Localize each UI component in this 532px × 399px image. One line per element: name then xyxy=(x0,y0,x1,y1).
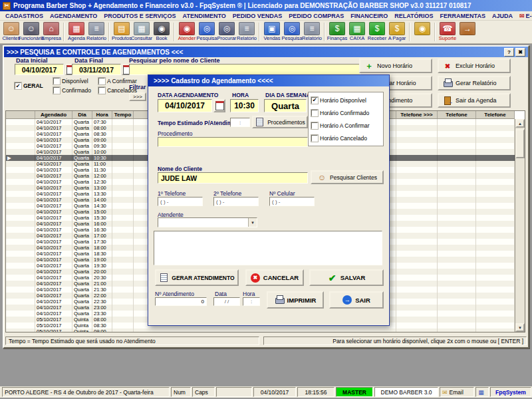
start-date-input[interactable]: 04/10/2017 xyxy=(15,64,64,75)
table-scrollbar[interactable]: ▲ ▼ xyxy=(515,119,525,332)
client-search-input[interactable] xyxy=(129,64,360,75)
toolbar-relatorio[interactable]: ≡Relatório xyxy=(237,21,257,41)
filter-checkbox-disponivel[interactable]: Disponível xyxy=(53,78,88,84)
filter-checkbox-cancelados[interactable]: Cancelados xyxy=(98,87,137,94)
cancel-button[interactable]: CANCELAR xyxy=(245,269,304,286)
column-header-dia[interactable]: Dia xyxy=(72,111,92,118)
save-button[interactable]: SALVAR xyxy=(309,269,384,286)
toolbar-coins-icon[interactable]: ◉ xyxy=(412,21,432,41)
phone1-input[interactable]: ( ) - xyxy=(158,197,203,206)
filter-checkbox-a-confirmar[interactable]: A Confirmar xyxy=(98,78,137,84)
app-title: Programa Barber Shop + Agendamento e Fin… xyxy=(13,2,471,9)
action-excluir-horario[interactable]: Excluir Horário xyxy=(438,59,511,73)
exit-button[interactable]: SAIR xyxy=(329,291,384,309)
toolbar-receber[interactable]: $Receber xyxy=(367,21,387,41)
scroll-down-icon[interactable]: ▼ xyxy=(515,323,525,332)
menu-financeiro[interactable]: FINANCEIRO xyxy=(347,13,391,19)
help-button[interactable]: ? xyxy=(504,48,514,57)
toolbar-atender[interactable]: ◉Atender xyxy=(177,21,197,41)
menu-relatorios[interactable]: RELATÓRIOS xyxy=(391,13,436,19)
menu-atendimento[interactable]: ATENDIMENTO xyxy=(180,13,229,19)
agenda-window-title: >>> PESQUISA E CONTROLE DE AGENDAMENTOS … xyxy=(7,49,183,56)
attendance-number-input[interactable]: 0 xyxy=(155,297,207,306)
toolbar-a-pagar[interactable]: $A Pagar xyxy=(387,21,407,41)
toolbar-relatorio[interactable]: ≡Relatório xyxy=(302,21,322,41)
phone1-label: 1º Telefone xyxy=(158,190,186,197)
column-header-telefone[interactable]: Telefone xyxy=(438,111,476,118)
procedure-input[interactable] xyxy=(158,137,308,147)
column-header-hora[interactable]: Hora xyxy=(92,111,112,118)
appointment-date-calendar-button[interactable] xyxy=(213,99,225,112)
table-row[interactable]: 05/10/2017Quinta09:00 xyxy=(6,329,515,332)
status-checkbox-horario-disponivel[interactable]: Horário Disponível xyxy=(311,97,380,104)
toolbar-label: Pesquisa xyxy=(197,35,217,41)
status-checkbox-horario-confirmado[interactable]: Horário Confirmado xyxy=(311,110,380,116)
toolbar-financas[interactable]: $Finanças xyxy=(327,21,347,41)
close-button[interactable]: ✖ xyxy=(515,48,525,57)
action-sair-da-agenda[interactable]: Sair da Agenda xyxy=(438,93,511,108)
scrollbar-thumb[interactable] xyxy=(515,129,525,158)
attendance-number-label: Nº Atendimento xyxy=(155,291,194,297)
toolbar-produtos[interactable]: ▤Produtos xyxy=(112,21,132,41)
estimated-time-input[interactable]: : xyxy=(230,118,250,127)
column-header-telefone[interactable]: Telefone >>> xyxy=(396,111,438,118)
toolbar-funcionaria[interactable]: ☺Funcionária xyxy=(21,21,41,41)
appointment-hour-input[interactable]: 10:30 xyxy=(230,99,259,112)
status-checkbox-horario-a-confirmar[interactable]: Horário A Confirmar xyxy=(311,122,380,129)
chevron-down-icon[interactable]: ▼ xyxy=(248,218,257,227)
calculator-icon: ▦ xyxy=(134,22,150,35)
toolbar-pesquisa[interactable]: ◎Pesquisa xyxy=(197,21,217,41)
checkbox-box xyxy=(15,82,21,89)
toolbar-consultar[interactable]: ▦Consultar xyxy=(132,21,152,41)
appointment-hour-label: HORA xyxy=(232,92,249,98)
toolbar-relatorio[interactable]: ≡Relatório xyxy=(86,21,106,41)
action-novo-horario[interactable]: Novo Horário xyxy=(359,59,432,73)
print-button[interactable]: IMPRIMIR xyxy=(267,291,324,309)
toolbar-pesquisa[interactable]: ◎Pesquisa xyxy=(282,21,302,41)
column-header-selector[interactable] xyxy=(6,111,35,118)
toolbar-vendas[interactable]: ▣Vendas xyxy=(262,21,282,41)
scroll-up-icon[interactable]: ▲ xyxy=(515,119,525,128)
menu-agendamento[interactable]: AGENDAMENTO xyxy=(47,13,100,19)
column-header-telefone[interactable]: Telefone xyxy=(476,111,515,118)
search-clients-button[interactable]: Pesquisar Clientes xyxy=(311,170,384,184)
printer-icon xyxy=(275,295,284,305)
agenda-window-titlebar[interactable]: >>> PESQUISA E CONTROLE DE AGENDAMENTOS … xyxy=(4,47,528,57)
menu-ferramentas[interactable]: FERRAMENTAS xyxy=(437,13,489,19)
action-gerar-relatorio[interactable]: Gerar Relatório xyxy=(438,76,511,90)
toolbar-label: Funcionária xyxy=(18,35,44,41)
filter-checkbox-confirmado[interactable]: Confirmado xyxy=(53,87,91,94)
checkbox-label: Horário A Confirmar xyxy=(320,122,370,129)
end-date-input[interactable]: 03/11/2017 xyxy=(72,64,121,75)
attendant-select[interactable]: ▼ xyxy=(158,217,257,227)
toolbar-book[interactable]: ◉Book xyxy=(152,21,172,41)
footer-date-input[interactable]: / / xyxy=(213,297,240,306)
generate-attendance-button[interactable]: GERAR ATENDIMENTO xyxy=(155,269,239,286)
column-header-agendado[interactable]: Agendado xyxy=(35,111,72,118)
dialog-titlebar[interactable]: >>>> Cadastro do Agendamento <<<< xyxy=(148,75,389,86)
toolbar-agenda[interactable]: ▦Agenda xyxy=(66,21,86,41)
toolbar-caixa[interactable]: ▦CAIXA xyxy=(347,21,367,41)
client-name-input[interactable]: JUDE LAW xyxy=(158,172,308,184)
menu-cadastros[interactable]: CADASTROS xyxy=(2,13,47,19)
cell-input[interactable]: ( ) - xyxy=(269,197,315,206)
column-header-tempo[interactable]: Tempo xyxy=(112,111,134,118)
filter-checkbox-geral[interactable]: GERAL xyxy=(15,82,43,89)
menu-pedido-compras[interactable]: PEDIDO COMPRAS xyxy=(285,13,347,19)
toolbar-suporte[interactable]: ☎Suporte xyxy=(438,21,458,41)
status-text: DEMO BARBER 3.0 xyxy=(381,389,432,396)
toolbar-exit-icon[interactable]: → xyxy=(458,21,477,41)
appointment-date-input[interactable]: 04/10/2017 xyxy=(158,99,212,112)
menu-produtos-e-servicos[interactable]: PRODUTOS E SERVIÇOS xyxy=(100,13,179,19)
toolbar-empresa[interactable]: ⌂Empresa xyxy=(41,21,61,41)
menu-e-mail[interactable]: ✉E-MAIL xyxy=(516,13,532,19)
menu-pedido-vendas[interactable]: PEDIDO VENDAS xyxy=(229,13,286,19)
menu-ajuda[interactable]: AJUDA xyxy=(489,13,516,19)
exit-arrow-icon xyxy=(342,295,352,305)
form-icon xyxy=(159,273,168,283)
procedures-button[interactable]: Procedimentos xyxy=(252,116,308,128)
status-checkbox-horario-cancelado[interactable]: Horário Cancelado xyxy=(311,135,380,142)
toolbar-procurar[interactable]: ◎Procurar xyxy=(217,21,237,41)
phone2-input[interactable]: ( ) - xyxy=(213,197,259,206)
footer-hour-input[interactable]: : xyxy=(243,297,260,306)
